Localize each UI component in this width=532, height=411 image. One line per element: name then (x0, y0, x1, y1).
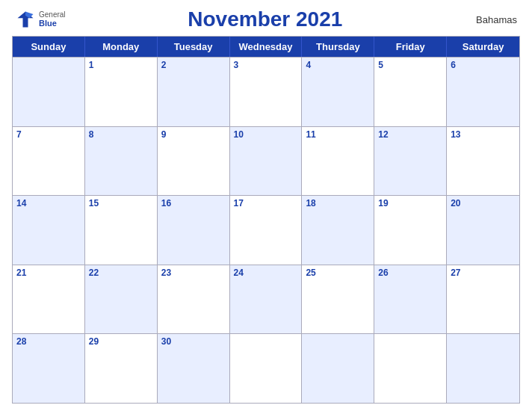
week-row-1: 1 2 3 4 5 6 (13, 57, 519, 126)
calendar-title: November 2021 (66, 7, 465, 31)
day-cell: 14 (13, 196, 85, 265)
day-cell: 30 (158, 334, 230, 403)
header-saturday: Saturday (447, 37, 519, 57)
day-cell: 8 (85, 127, 158, 196)
day-cell: 1 (85, 58, 158, 126)
day-cell: 7 (13, 127, 85, 196)
logo-blue-label: Blue (39, 19, 66, 28)
day-cell: 20 (447, 196, 519, 265)
header-tuesday: Tuesday (158, 37, 230, 57)
day-cell: 5 (374, 58, 447, 126)
header-sunday: Sunday (13, 37, 85, 57)
day-headers-row: Sunday Monday Tuesday Wednesday Thursday… (13, 37, 519, 57)
country-label: Bahamas (465, 14, 517, 25)
week-row-4: 21 22 23 24 25 26 27 (13, 265, 519, 334)
logo-bird-icon (15, 9, 36, 30)
day-cell: 15 (85, 196, 158, 265)
day-cell: 2 (158, 58, 230, 126)
day-cell (374, 334, 447, 403)
header-monday: Monday (85, 37, 158, 57)
header-thursday: Thursday (302, 37, 374, 57)
week-row-2: 7 8 9 10 11 12 13 (13, 126, 519, 196)
day-cell (447, 334, 519, 403)
day-cell: 12 (374, 127, 447, 196)
day-cell: 10 (230, 127, 303, 196)
calendar-grid: Sunday Monday Tuesday Wednesday Thursday… (12, 36, 520, 404)
day-cell: 4 (302, 58, 374, 126)
week-row-3: 14 15 16 17 18 19 20 (13, 195, 519, 265)
day-cell: 29 (85, 334, 158, 403)
day-cell: 11 (302, 127, 374, 196)
day-cell: 3 (230, 58, 303, 126)
day-cell: 13 (447, 127, 519, 196)
day-cell: 22 (85, 265, 158, 334)
day-cell: 27 (447, 265, 519, 334)
logo: General Blue (15, 9, 66, 30)
day-cell: 17 (230, 196, 303, 265)
day-cell: 19 (374, 196, 447, 265)
day-cell: 9 (158, 127, 230, 196)
day-cell: 24 (230, 265, 303, 334)
header-wednesday: Wednesday (230, 37, 303, 57)
week-row-5: 28 29 30 (13, 333, 519, 403)
day-cell: 18 (302, 196, 374, 265)
logo-general-label: General (39, 10, 66, 19)
day-cell (302, 334, 374, 403)
day-cell: 26 (374, 265, 447, 334)
day-cell: 23 (158, 265, 230, 334)
day-cell: 16 (158, 196, 230, 265)
day-cell: 25 (302, 265, 374, 334)
day-cell: 21 (13, 265, 85, 334)
header-friday: Friday (374, 37, 447, 57)
calendar-header: General Blue November 2021 Bahamas (12, 7, 520, 31)
day-cell: 28 (13, 334, 85, 403)
calendar-page: General Blue November 2021 Bahamas Sunda… (0, 0, 532, 411)
weeks-container: 1 2 3 4 5 6 7 8 9 10 11 12 13 14 15 16 (13, 57, 519, 403)
day-cell (13, 58, 85, 126)
day-cell: 6 (447, 58, 519, 126)
logo-text: General Blue (39, 10, 66, 28)
day-cell (230, 334, 303, 403)
